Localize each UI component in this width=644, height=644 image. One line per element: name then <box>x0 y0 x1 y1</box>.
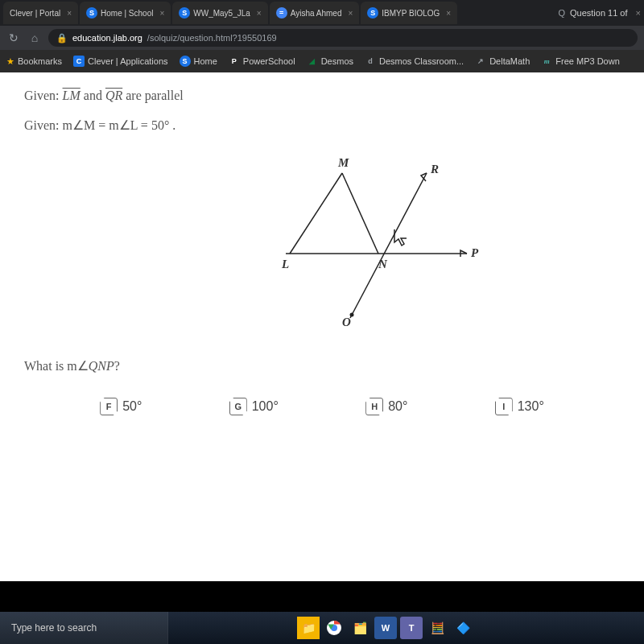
text: . <box>172 118 175 132</box>
bookmark-label: DeltaMath <box>489 56 530 66</box>
svg-line-3 <box>350 173 427 318</box>
chrome-icon[interactable] <box>323 617 345 639</box>
calculator-icon[interactable]: 🧮 <box>426 617 448 639</box>
url-path: /solquiz/question.html?19550169 <box>147 33 277 43</box>
taskbar-search[interactable]: Type here to search <box>0 612 168 644</box>
close-icon[interactable]: × <box>67 9 72 18</box>
browser-chrome: Clever | Portal × S Home | School × S WW… <box>0 0 644 72</box>
close-icon[interactable]: × <box>636 8 641 18</box>
segment-QR: QR <box>105 89 122 102</box>
tab-bar: Clever | Portal × S Home | School × S WW… <box>0 0 644 26</box>
tab-label: WW_May5_JLa <box>193 9 250 18</box>
tab-home-school[interactable]: S Home | School × <box>80 2 171 24</box>
lock-icon: 🔒 <box>56 33 68 43</box>
bookmark-label: Desmos <box>321 56 353 66</box>
choice-text: 80° <box>388 399 407 414</box>
label-N: N <box>378 258 388 270</box>
close-icon[interactable]: × <box>348 9 353 18</box>
bookmark-clever[interactable]: C Clever | Applications <box>73 56 167 67</box>
answer-F[interactable]: F 50° <box>100 398 142 415</box>
bookmark-desmos[interactable]: ◢ Desmos <box>307 56 353 67</box>
close-icon[interactable]: × <box>446 9 451 18</box>
bookmark-mp3[interactable]: m Free MP3 Down <box>541 56 619 67</box>
label-P: P <box>471 246 479 259</box>
answer-choices: F 50° G 100° H 80° I 130° <box>24 398 620 415</box>
tab-ww-may5[interactable]: S WW_May5_JLa × <box>172 2 267 24</box>
desmos-icon: ◢ <box>307 56 318 67</box>
tab-ibmyp[interactable]: S IBMYP BIOLOG × <box>361 2 457 24</box>
svg-line-2 <box>342 173 378 254</box>
equation: m∠M = m∠L = 50° <box>63 118 170 132</box>
schoology-icon: S <box>180 56 191 67</box>
powerschool-icon: P <box>229 56 240 67</box>
segment-LM: LM <box>63 89 80 102</box>
bookmark-label: Free MP3 Down <box>555 56 619 66</box>
given-line-1: Given: LM and QR are parallel <box>24 89 620 103</box>
url-host: education.jlab.org <box>72 33 142 43</box>
choice-text: 130° <box>518 399 544 414</box>
reload-icon[interactable]: ↻ <box>6 31 21 44</box>
tab-ayisha[interactable]: = Ayisha Ahmed × <box>270 2 360 24</box>
choice-letter: G <box>229 398 247 415</box>
deltamath-icon: ↗ <box>475 56 486 67</box>
tab-label: IBMYP BIOLOG <box>382 9 440 18</box>
answer-G[interactable]: G 100° <box>229 398 279 415</box>
app-icon[interactable]: 🔷 <box>452 617 474 639</box>
close-icon[interactable]: × <box>257 9 262 18</box>
answer-H[interactable]: H 80° <box>365 398 407 415</box>
windows-taskbar: Type here to search 📁 🗂️ W T 🧮 🔷 <box>0 612 644 644</box>
bookmark-label: Home <box>194 56 217 66</box>
bookmark-label: Bookmarks <box>18 56 62 66</box>
schoology-icon: S <box>367 7 378 19</box>
search-placeholder: Type here to search <box>11 622 97 634</box>
choice-letter: H <box>365 398 383 415</box>
bookmark-home[interactable]: S Home <box>180 56 217 67</box>
label-R: R <box>430 163 439 175</box>
choice-text: 50° <box>122 399 142 414</box>
tab-label: Ayisha Ahmed <box>291 9 342 18</box>
close-icon[interactable]: × <box>159 9 164 18</box>
page-content: Given: LM and QR are parallel Given: m∠M… <box>0 72 644 581</box>
file-explorer-icon[interactable]: 📁 <box>297 617 320 639</box>
svg-line-1 <box>290 173 342 254</box>
text: are parallel <box>126 89 184 102</box>
question-text: What is m∠QNP? <box>24 358 620 374</box>
bookmark-bookmarks[interactable]: ★ Bookmarks <box>6 56 62 67</box>
word-icon[interactable]: W <box>374 617 397 639</box>
choice-text: 100° <box>252 399 279 414</box>
choice-letter: F <box>100 398 118 415</box>
folder-icon[interactable]: 🗂️ <box>349 617 371 639</box>
text: Given: <box>24 89 63 102</box>
jlab-icon: Q <box>558 8 565 18</box>
black-strip <box>0 581 644 612</box>
bookmark-label: PowerSchool <box>243 56 295 66</box>
choice-letter: I <box>495 398 513 415</box>
teams-icon[interactable]: T <box>400 617 423 639</box>
bookmarks-bar: ★ Bookmarks C Clever | Applications S Ho… <box>0 50 644 72</box>
bookmark-label: Desmos Classroom... <box>379 56 464 66</box>
tab-question[interactable]: Q Question 11 of × <box>558 8 641 18</box>
folder-icon: ★ <box>6 56 14 67</box>
bookmark-deltamath[interactable]: ↗ DeltaMath <box>475 56 530 67</box>
desmos-classroom-icon: d <box>365 56 376 67</box>
answer-I[interactable]: I 130° <box>495 398 544 415</box>
text: Given: <box>24 118 63 132</box>
taskbar-apps: 📁 🗂️ W T 🧮 🔷 <box>297 617 474 639</box>
given-line-2: Given: m∠M = m∠L = 50° . <box>24 118 620 133</box>
bookmark-desmos-classroom[interactable]: d Desmos Classroom... <box>365 56 464 67</box>
mp3-icon: m <box>541 56 552 67</box>
label-Q: Q <box>342 316 351 326</box>
geometry-diagram: M R P N L Q <box>258 149 483 326</box>
tab-label: Home | School <box>101 9 153 18</box>
url-input[interactable]: 🔒 education.jlab.org /solquiz/question.h… <box>48 29 638 47</box>
label-L: L <box>281 258 289 270</box>
bookmark-powerschool[interactable]: P PowerSchool <box>229 56 295 67</box>
home-icon[interactable]: ⌂ <box>27 31 42 44</box>
tab-clever[interactable]: Clever | Portal × <box>3 2 78 24</box>
text: and <box>84 89 105 102</box>
address-bar: ↻ ⌂ 🔒 education.jlab.org /solquiz/questi… <box>0 26 644 50</box>
tab-label: Clever | Portal <box>10 9 60 18</box>
schoology-icon: S <box>86 7 97 19</box>
bookmark-label: Clever | Applications <box>88 56 167 66</box>
tab-label: Question 11 of <box>570 8 628 18</box>
